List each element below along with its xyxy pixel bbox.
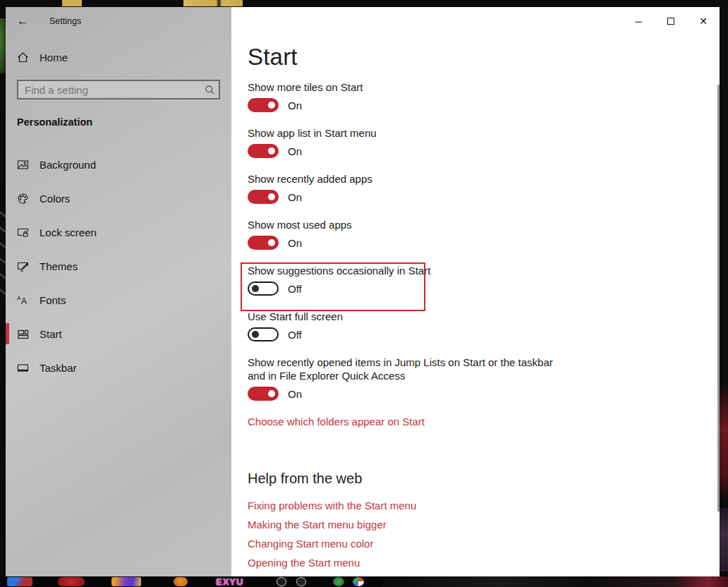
toggle-show-more-tiles[interactable] [248,98,279,112]
choose-folders-link[interactable]: Choose which folders appear on Start [248,415,720,428]
toggle-knob [268,147,275,155]
close-button[interactable]: ✕ [687,11,720,32]
setting-show-more-tiles: Show more tiles on Start On [248,80,720,112]
sidebar-item-background[interactable]: Background [6,147,231,181]
taskbar-app-icon[interactable] [277,577,286,586]
help-links: Fixing problems with the Start menu Maki… [248,499,720,569]
setting-label: Show most used apps [248,218,572,231]
sidebar-item-lock-screen[interactable]: Lock screen [6,215,231,249]
toggle-state-text: On [288,237,302,249]
start-tiles-icon [17,328,29,340]
toggle-state-text: On [288,388,302,400]
titlebar-left: ← Settings [6,7,231,35]
svg-text:A: A [21,296,27,306]
sidebar: ← Settings Home Personalization [6,7,231,576]
toggle-show-app-list[interactable] [248,144,279,158]
search-input[interactable] [18,84,200,96]
taskbar-app-label[interactable]: EXYU [216,576,243,587]
setting-label: Show recently added apps [248,172,572,186]
taskbar-app-icon[interactable] [174,577,188,586]
help-link-menu-color[interactable]: Changing Start menu color [248,537,720,550]
toggle-knob [252,285,259,292]
picture-icon [17,159,29,171]
sidebar-item-colors[interactable]: Colors [6,181,231,215]
themes-icon [17,260,29,272]
help-link-menu-bigger[interactable]: Making the Start menu bigger [248,518,720,531]
back-button[interactable]: ← [17,14,38,28]
selected-accent-bar [6,323,9,344]
sidebar-item-label: Colors [40,193,70,205]
taskbar-app-icon[interactable] [296,577,306,586]
maximize-icon [667,18,674,25]
toggle-suggestions[interactable] [248,282,279,296]
home-icon [17,52,29,63]
desktop-fragment [720,508,728,571]
main-panel: ─ ✕ Start Show more tiles on Start On Sh… [231,7,720,576]
sidebar-item-taskbar[interactable]: Taskbar [6,351,231,385]
toggle-knob [252,331,259,338]
toggle-knob [268,193,275,200]
taskbar-app-icon[interactable] [353,577,364,586]
setting-jump-lists: Show recently opened items in Jump Lists… [248,356,720,401]
toggle-state-text: On [288,145,302,157]
sidebar-item-label: Lock screen [40,226,97,238]
sidebar-item-label: Start [40,328,62,340]
app-title: Settings [49,16,81,26]
setting-label: Show suggestions occasionally in Start [248,264,572,277]
desktop-fragment [720,381,728,501]
setting-label: Show more tiles on Start [248,80,572,94]
fonts-icon: A A [17,294,29,306]
desktop-fragment [0,205,6,296]
toggle-knob [268,102,275,109]
page-content: Start Show more tiles on Start On Show a… [231,7,720,569]
taskbar-app-icon[interactable] [58,577,85,586]
setting-label: Show app list in Start menu [248,126,572,140]
sidebar-item-label: Background [40,159,96,171]
search-icon[interactable] [200,85,219,95]
setting-suggestions: Show suggestions occasionally in Start O… [248,264,720,296]
toggle-state-text: Off [288,283,302,295]
sidebar-item-label: Taskbar [40,362,77,374]
setting-show-app-list: Show app list in Start menu On [248,126,720,158]
setting-label: Show recently opened items in Jump Lists… [248,356,572,382]
setting-full-screen: Use Start full screen Off [248,310,720,341]
toggle-most-used[interactable] [248,236,279,250]
sidebar-item-start[interactable]: Start [6,317,231,351]
desktop-fragment [0,18,6,73]
setting-label: Use Start full screen [248,310,572,323]
toggle-state-text: On [288,99,302,111]
settings-window: ← Settings Home Personalization [6,7,720,576]
sidebar-item-label: Home [40,52,68,63]
maximize-button[interactable] [655,11,687,32]
desktop-fragment [183,0,243,6]
taskbar-app-icon[interactable] [7,577,32,586]
window-controls: ─ ✕ [622,11,720,32]
vertical-scrollbar[interactable] [717,85,720,512]
minimize-button[interactable]: ─ [622,11,655,32]
sidebar-item-themes[interactable]: Themes [6,249,231,283]
help-link-fixing-problems[interactable]: Fixing problems with the Start menu [248,499,720,512]
taskbar-red-area [677,576,728,587]
toggle-state-text: Off [288,329,302,341]
taskbar-icon [17,362,29,374]
toggle-full-screen[interactable] [248,327,279,341]
sidebar-item-label: Themes [40,260,78,272]
taskbar-app-icon[interactable] [111,577,141,586]
palette-icon [17,193,29,205]
setting-recently-added: Show recently added apps On [248,172,720,204]
lock-screen-icon [17,226,29,238]
desktop-fragment [62,0,82,6]
taskbar-dark-area [381,576,677,587]
search-box [17,80,220,99]
sidebar-item-label: Fonts [40,294,66,306]
toggle-jump-lists[interactable] [248,387,279,401]
toggle-recently-added[interactable] [248,190,279,204]
sidebar-item-fonts[interactable]: A A Fonts [6,283,231,317]
setting-most-used: Show most used apps On [248,218,720,250]
sidebar-item-home[interactable]: Home [6,43,231,71]
help-section-title: Help from the web [248,469,720,488]
section-header-personalization: Personalization [17,116,92,128]
taskbar-app-icon[interactable] [333,577,344,586]
toggle-knob [268,239,275,246]
help-link-opening-menu[interactable]: Opening the Start menu [248,556,720,569]
